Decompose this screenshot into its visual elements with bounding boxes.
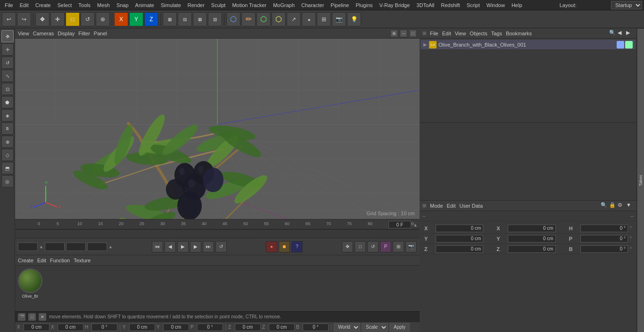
menu-sculpt[interactable]: Sculpt (208, 1, 229, 9)
menu-3dtoall[interactable]: 3DToAll (413, 1, 437, 9)
menu-create[interactable]: Create (33, 1, 54, 9)
view-draw-button[interactable]: ✏ (241, 12, 256, 26)
rotate-tool-button[interactable]: ↺ (81, 12, 95, 26)
attr-h-input[interactable] (580, 225, 628, 232)
menu-file[interactable]: File (2, 1, 16, 9)
material-item[interactable]: Olive_Br (18, 268, 42, 308)
coord-y2-input[interactable] (163, 324, 189, 331)
menu-plugins[interactable]: Plugins (353, 1, 375, 9)
mat-menu-texture[interactable]: Texture (74, 258, 91, 263)
sidebar-rotate[interactable]: ↺ (1, 57, 14, 69)
status-icon-3[interactable]: ✕ (39, 313, 46, 321)
coord-z-input[interactable] (235, 324, 261, 331)
sidebar-move[interactable]: ✛ (1, 43, 14, 56)
attr-z-rot-input[interactable] (508, 245, 555, 253)
menu-edit[interactable]: Edit (17, 1, 32, 9)
undo-button[interactable]: ↩ (2, 12, 16, 26)
tab-takes[interactable]: Takes (637, 28, 644, 332)
attr-lock-button[interactable]: 🔒 (609, 202, 617, 210)
menu-select[interactable]: Select (55, 1, 75, 9)
frame-chevron-up[interactable]: ▲ (413, 222, 418, 227)
menu-mesh[interactable]: Mesh (94, 1, 113, 9)
menu-help[interactable]: Help (509, 1, 525, 9)
preview-end-input[interactable]: 90 F (66, 243, 86, 251)
render-settings-button[interactable]: ▧ (208, 12, 222, 26)
objects-menu-bookmarks[interactable]: Bookmarks (506, 31, 532, 36)
view-gouraud-button[interactable]: ⬡ (226, 12, 240, 26)
viewport-maximize[interactable]: ↔ (400, 30, 407, 37)
menu-motion-tracker[interactable]: Motion Tracker (229, 1, 269, 9)
viewport-menu-cameras[interactable]: Cameras (33, 31, 54, 36)
menu-tools[interactable]: Tools (75, 1, 93, 9)
goto-start-button[interactable]: ⏮ (152, 241, 163, 252)
attr-menu-userdata[interactable]: User Data (460, 203, 483, 209)
view-edge-button[interactable]: ↗ (287, 12, 301, 26)
coord-b-input[interactable] (303, 324, 329, 331)
rotate-btn2[interactable]: ↺ (367, 241, 379, 252)
coord-h-input[interactable] (91, 324, 117, 331)
menu-render[interactable]: Render (185, 1, 207, 9)
objects-menu-edit[interactable]: Edit (442, 31, 451, 36)
coord-x2-input[interactable] (58, 324, 83, 331)
status-icon-2[interactable]: □ (28, 313, 36, 321)
view-spline-button[interactable]: ⬥ (302, 12, 316, 26)
current-frame-input[interactable] (388, 221, 411, 228)
auto-keyframe-button[interactable]: ⏺ (279, 241, 290, 252)
sidebar-smooth[interactable]: ◎ (1, 175, 14, 187)
objects-menu-tags[interactable]: Tags (491, 31, 502, 36)
end-frame-input[interactable]: 90 F (87, 243, 107, 251)
select-tool-button[interactable]: ✥ (35, 12, 50, 26)
transform-button[interactable]: ⊕ (96, 12, 110, 26)
coord-y-input[interactable] (129, 324, 155, 331)
render-frame-button[interactable]: ▦ (163, 12, 177, 26)
loop-button[interactable]: ↺ (215, 241, 227, 252)
world-dropdown[interactable]: World (334, 323, 360, 332)
mat-menu-edit[interactable]: Edit (37, 258, 46, 263)
render-all-button[interactable]: ▦ (193, 12, 207, 26)
mat-menu-function[interactable]: Function (50, 258, 70, 263)
menu-window[interactable]: Window (484, 1, 508, 9)
move-btn[interactable]: ✥ (342, 241, 353, 252)
help-button[interactable]: ? (291, 241, 303, 252)
frame-up-btn[interactable]: ▲ (39, 244, 43, 249)
viewport-close[interactable]: □ (409, 30, 417, 37)
goto-end-button[interactable]: ⏭ (203, 241, 214, 252)
sidebar-snap[interactable]: ⊕ (1, 136, 14, 148)
scale-dropdown[interactable]: Scale (362, 323, 388, 332)
sidebar-knife[interactable]: ◇ (1, 149, 14, 161)
nav-right-button[interactable]: ▶ (626, 30, 634, 37)
render-region-button[interactable]: ▤ (178, 12, 192, 26)
viewport-menu-display[interactable]: Display (58, 31, 74, 36)
next-frame-button[interactable]: ▶ (190, 241, 201, 252)
menu-snap[interactable]: Snap (114, 1, 132, 9)
menu-redshift[interactable]: Redshift (438, 1, 462, 9)
sidebar-transform[interactable]: ⊡ (1, 83, 14, 95)
attr-settings-button[interactable]: ⚙ (618, 202, 625, 210)
axis-x-button[interactable]: X (114, 12, 128, 26)
scale-btn[interactable]: □ (355, 241, 366, 252)
grid-btn[interactable]: ⊞ (393, 241, 404, 252)
status-icon-1[interactable]: 🎬 (18, 313, 25, 321)
sidebar-tweak[interactable]: ⬟ (1, 96, 14, 108)
apply-button[interactable]: Apply (389, 323, 410, 332)
attr-nav-button[interactable]: ▼ (626, 202, 634, 210)
menu-vray[interactable]: V-Ray Bridge (377, 1, 413, 9)
view-vertex-button[interactable]: ⬡ (272, 12, 286, 26)
mat-menu-create[interactable]: Create (18, 258, 33, 263)
view-grid-button[interactable]: ⊞ (317, 12, 331, 26)
coord-z2-input[interactable] (269, 324, 295, 331)
nav-left-button[interactable]: ◀ (618, 30, 625, 37)
preview-start-input[interactable]: 0 F (45, 243, 65, 251)
coord-p-input[interactable] (197, 324, 223, 331)
attr-search-button[interactable]: 🔍 (601, 202, 608, 210)
attr-p-input[interactable] (580, 235, 628, 243)
attr-b-input[interactable] (580, 245, 628, 253)
axis-y-button[interactable]: Y (129, 12, 143, 26)
viewport-menu-filter[interactable]: Filter (78, 31, 90, 36)
record-button[interactable]: ● (266, 241, 277, 252)
view-light-button[interactable]: 💡 (347, 12, 361, 26)
tab-content-browser[interactable]: Content Browser (636, 28, 637, 332)
prev-frame-button[interactable]: ◀ (165, 241, 176, 252)
menu-character[interactable]: Character (298, 1, 327, 9)
menu-pipeline[interactable]: Pipeline (328, 1, 352, 9)
